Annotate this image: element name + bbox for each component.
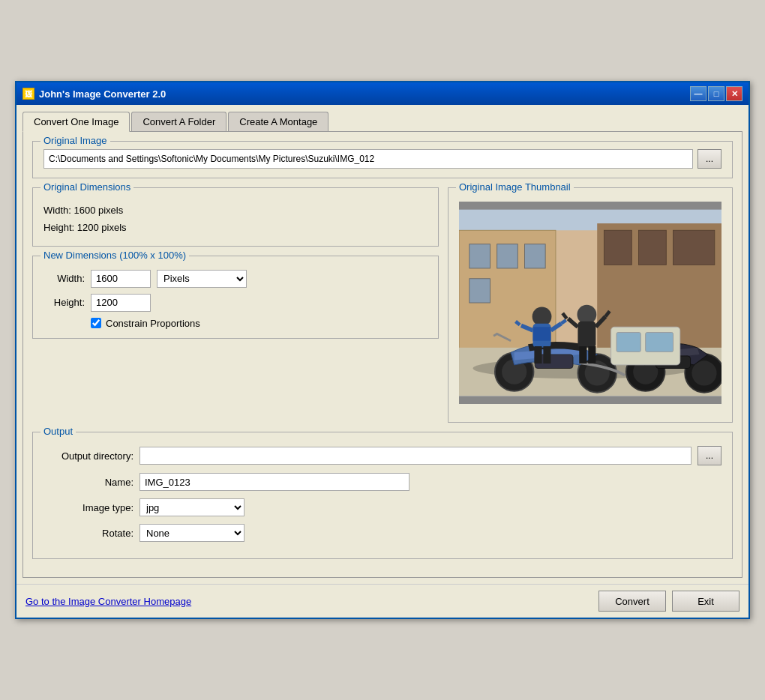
constrain-row: Constrain Proportions — [91, 318, 428, 329]
tab-convert-one[interactable]: Convert One Image — [22, 112, 130, 132]
path-row: ... — [44, 149, 722, 169]
tab-create-montage[interactable]: Create A Montage — [228, 112, 328, 132]
title-buttons: — □ ✕ — [690, 86, 742, 101]
output-name-label: Name: — [44, 477, 134, 488]
window-content: Convert One Image Convert A Folder Creat… — [16, 105, 748, 584]
close-button[interactable]: ✕ — [726, 86, 742, 101]
title-bar-left: 🖼 John's Image Converter 2.0 — [22, 88, 166, 100]
new-width-input[interactable] — [91, 270, 151, 288]
svg-point-27 — [532, 307, 552, 327]
rotate-label: Rotate: — [44, 528, 134, 539]
rotate-select[interactable]: None 90° Clockwise 90° Counter-Clockwise… — [140, 524, 244, 542]
image-path-input[interactable] — [44, 149, 693, 169]
new-dimensions-legend: New Dimensions (100% x 100%) — [40, 250, 189, 261]
title-bar: 🖼 John's Image Converter 2.0 — □ ✕ — [16, 82, 748, 105]
svg-rect-34 — [579, 346, 586, 363]
svg-rect-6 — [525, 244, 546, 268]
mid-right: Original Image Thumbnail — [448, 187, 733, 423]
units-select[interactable]: Pixels Percent Inches Centimeters — [157, 270, 247, 288]
image-type-label: Image type: — [44, 502, 134, 513]
main-window: 🖼 John's Image Converter 2.0 — □ ✕ Conve… — [15, 81, 750, 619]
svg-rect-31 — [543, 346, 550, 363]
new-dimensions-group: New Dimensions (100% x 100%) Width: Pixe… — [32, 256, 439, 339]
app-icon: 🖼 — [22, 88, 34, 100]
new-width-label: Width: — [44, 273, 85, 284]
constrain-label: Constrain Proportions — [106, 318, 200, 329]
tab-convert-folder[interactable]: Convert A Folder — [131, 112, 226, 132]
svg-rect-25 — [616, 333, 640, 352]
svg-rect-30 — [534, 346, 542, 363]
maximize-button[interactable]: □ — [708, 86, 724, 101]
minimize-button[interactable]: — — [690, 86, 706, 101]
rotate-row: Rotate: None 90° Clockwise 90° Counter-C… — [44, 524, 722, 542]
svg-rect-29 — [533, 327, 551, 340]
original-image-legend: Original Image — [40, 135, 110, 146]
window-title: John's Image Converter 2.0 — [39, 88, 166, 100]
mid-row: Original Dimensions Width: 1600 pixels H… — [32, 187, 733, 423]
bottom-bar: Go to the Image Converter Homepage Conve… — [16, 584, 748, 618]
new-height-label: Height: — [44, 297, 85, 308]
new-width-row: Width: Pixels Percent Inches Centimeters — [44, 270, 428, 288]
output-group: Output Output directory: ... Name: Image… — [32, 432, 733, 559]
image-type-row: Image type: jpg png bmp gif tiff — [44, 498, 722, 516]
homepage-link[interactable]: Go to the Image Converter Homepage — [26, 596, 191, 607]
svg-point-22 — [692, 360, 716, 385]
svg-rect-11 — [674, 230, 715, 265]
tab-content: Original Image ... Original Dimensions — [22, 131, 742, 578]
tabs-container: Convert One Image Convert A Folder Creat… — [22, 111, 742, 131]
svg-point-32 — [578, 305, 597, 325]
output-dir-row: Output directory: ... — [44, 446, 722, 465]
thumbnail-group: Original Image Thumbnail — [448, 187, 733, 423]
height-display: Height: 1200 pixels — [44, 219, 428, 236]
svg-rect-9 — [604, 230, 632, 265]
thumbnail-legend: Original Image Thumbnail — [456, 181, 574, 193]
browse-image-button[interactable]: ... — [698, 149, 722, 169]
thumbnail-image — [459, 202, 722, 404]
svg-rect-4 — [470, 244, 490, 268]
output-dir-label: Output directory: — [44, 450, 134, 462]
new-height-row: Height: — [44, 294, 428, 312]
original-image-group: Original Image ... — [32, 141, 733, 178]
dimensions-display: Width: 1600 pixels Height: 1200 pixels — [44, 202, 428, 237]
svg-rect-35 — [588, 346, 596, 363]
output-dir-input[interactable] — [140, 447, 692, 465]
output-name-input[interactable] — [140, 473, 410, 491]
svg-rect-7 — [470, 279, 490, 303]
image-type-select[interactable]: jpg png bmp gif tiff — [140, 498, 244, 516]
browse-output-button[interactable]: ... — [698, 446, 722, 465]
original-dimensions-legend: Original Dimensions — [40, 181, 134, 193]
svg-rect-26 — [646, 333, 674, 352]
svg-rect-10 — [638, 230, 666, 265]
output-legend: Output — [40, 426, 76, 437]
mid-left: Original Dimensions Width: 1600 pixels H… — [32, 187, 439, 423]
constrain-checkbox[interactable] — [91, 318, 101, 328]
width-display: Width: 1600 pixels — [44, 202, 428, 219]
original-dimensions-group: Original Dimensions Width: 1600 pixels H… — [32, 187, 439, 247]
exit-button[interactable]: Exit — [672, 591, 740, 612]
new-height-input[interactable] — [91, 294, 151, 312]
convert-button[interactable]: Convert — [598, 591, 666, 612]
output-name-row: Name: — [44, 473, 722, 491]
svg-rect-33 — [578, 322, 596, 348]
bottom-buttons: Convert Exit — [598, 591, 740, 612]
svg-rect-5 — [497, 244, 518, 268]
